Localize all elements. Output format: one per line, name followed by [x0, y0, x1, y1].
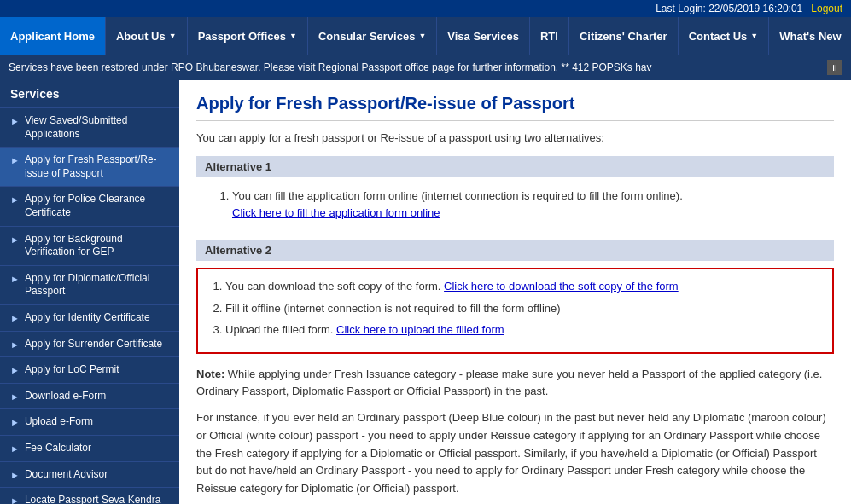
alt1-item1: You can fill the application form online… [232, 188, 834, 221]
page-title: Apply for Fresh Passport/Re-issue of Pas… [196, 94, 834, 121]
note-section: Note: While applying under Fresh Issuanc… [196, 366, 834, 499]
sidebar-item-surrender-certificate[interactable]: ► Apply for Surrender Certificate [0, 332, 179, 358]
sidebar-title: Services [0, 80, 179, 108]
contact-us-arrow: ▼ [750, 32, 758, 40]
alt2-header: Alternative 2 [196, 240, 834, 261]
sidebar-item-fresh-passport[interactable]: ► Apply for Fresh Passport/Re-issue of P… [0, 148, 179, 187]
nav-passport-offices[interactable]: Passport Offices ▼ [188, 17, 308, 55]
ticker-bar: Services have been restored under RPO Bh… [0, 55, 851, 80]
ticker-pause-button[interactable]: ⏸ [827, 60, 842, 75]
layout: Services ► View Saved/Submitted Applicat… [0, 80, 851, 504]
bullet-icon: ► [10, 364, 20, 376]
bullet-icon: ► [10, 312, 20, 324]
sidebar-item-saved-apps[interactable]: ► View Saved/Submitted Applications [0, 108, 179, 148]
nav-applicant-home[interactable]: Applicant Home [0, 17, 106, 55]
sidebar-item-diplomatic-passport[interactable]: ► Apply for Diplomatic/Official Passport [0, 266, 179, 305]
bullet-icon: ► [10, 234, 20, 246]
alternative-1-section: Alternative 1 You can fill the applicati… [196, 156, 834, 228]
bullet-icon: ► [10, 443, 20, 455]
bullet-icon: ► [10, 339, 20, 350]
bullet-icon: ► [10, 115, 20, 127]
consular-services-arrow: ▼ [418, 32, 426, 40]
alt2-item2: Fill it offline (internet connection is … [225, 300, 820, 317]
bullet-icon: ► [10, 391, 20, 403]
download-form-link[interactable]: Click here to download the soft copy of … [444, 280, 679, 293]
sidebar-item-download-eform[interactable]: ► Download e-Form [0, 384, 179, 410]
alt2-box: You can download the soft copy of the fo… [196, 268, 834, 354]
bullet-icon: ► [10, 273, 20, 285]
sidebar: Services ► View Saved/Submitted Applicat… [0, 80, 179, 504]
sidebar-item-police-clearance[interactable]: ► Apply for Police Clearance Certificate [0, 187, 179, 226]
sidebar-item-loc-permit[interactable]: ► Apply for LoC Permit [0, 357, 179, 384]
main-content: Apply for Fresh Passport/Re-issue of Pas… [179, 80, 851, 504]
bullet-icon: ► [10, 154, 20, 166]
top-bar: Last Login: 22/05/2019 16:20:01 Logout [0, 0, 851, 17]
note-para2: For instance, if you ever held an Ordina… [196, 409, 834, 498]
alt1-header: Alternative 1 [196, 156, 834, 177]
bullet-icon: ► [10, 469, 20, 481]
logout-link[interactable]: Logout [811, 3, 842, 14]
sidebar-item-locate-psk[interactable]: ► Locate Passport Seva Kendra [0, 488, 179, 504]
sidebar-item-fee-calculator[interactable]: ► Fee Calculator [0, 436, 179, 462]
fill-form-online-link[interactable]: Click here to fill the application form … [232, 206, 440, 219]
sidebar-item-background-verification[interactable]: ► Apply for Background Verification for … [0, 227, 179, 266]
nav-visa-services[interactable]: Visa Services [437, 17, 530, 55]
bullet-icon: ► [10, 194, 20, 206]
intro-text: You can apply for a fresh passport or Re… [196, 131, 834, 144]
nav-about-us[interactable]: About Us ▼ [106, 17, 188, 55]
nav-rti[interactable]: RTI [530, 17, 569, 55]
nav-consular-services[interactable]: Consular Services ▼ [308, 17, 437, 55]
bullet-icon: ► [10, 416, 20, 428]
ticker-text: Services have been restored under RPO Bh… [9, 61, 820, 73]
alternative-2-section: Alternative 2 You can download the soft … [196, 240, 834, 354]
bullet-icon: ► [10, 495, 20, 504]
last-login-text: Last Login: 22/05/2019 16:20:01 [656, 3, 802, 14]
note-label: Note: [196, 368, 224, 380]
alt2-item1: You can download the soft copy of the fo… [225, 278, 820, 295]
passport-offices-arrow: ▼ [289, 32, 297, 40]
about-us-arrow: ▼ [169, 32, 177, 40]
nav-citizens-charter[interactable]: Citizens' Charter [569, 17, 679, 55]
sidebar-item-upload-eform[interactable]: ► Upload e-Form [0, 409, 179, 436]
navbar: Applicant Home About Us ▼ Passport Offic… [0, 17, 851, 55]
nav-contact-us[interactable]: Contact Us ▼ [679, 17, 770, 55]
nav-whats-new[interactable]: What's New [769, 17, 851, 55]
upload-form-link[interactable]: Click here to upload the filled form [336, 323, 504, 336]
alt1-body: You can fill the application form online… [196, 184, 834, 228]
sidebar-item-identity-certificate[interactable]: ► Apply for Identity Certificate [0, 305, 179, 332]
alt2-item3: Upload the filled form. Click here to up… [225, 322, 820, 339]
note-para1: Note: While applying under Fresh Issuanc… [196, 366, 834, 402]
sidebar-item-document-advisor[interactable]: ► Document Advisor [0, 462, 179, 489]
